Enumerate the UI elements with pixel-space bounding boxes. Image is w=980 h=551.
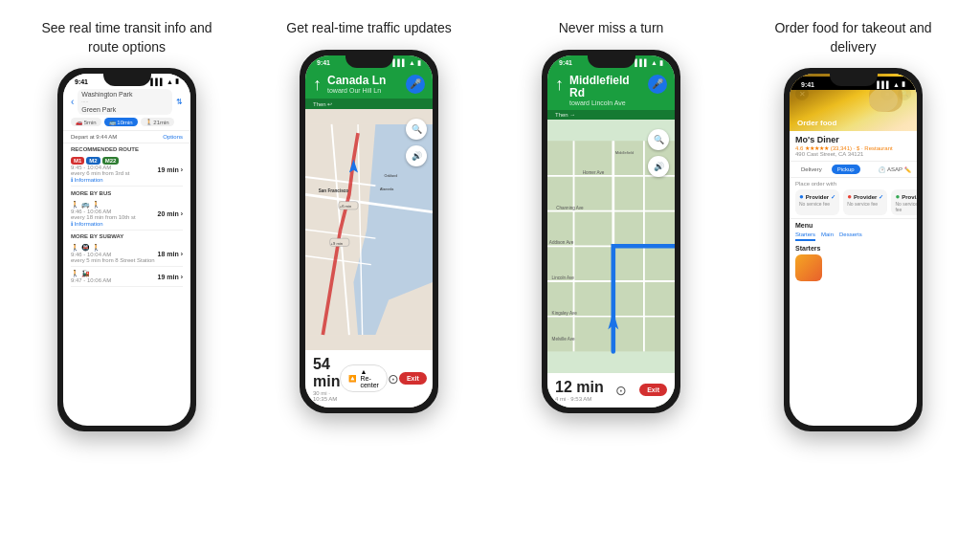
phone-notch-4	[830, 71, 878, 86]
search-btn-2[interactable]: 🔍	[406, 119, 427, 140]
map-controls-3: 🔍 🔊	[648, 129, 669, 177]
recenter-btn[interactable]: 🔼 ▲ Re-center	[340, 364, 387, 392]
eta-2: 54 min	[313, 356, 340, 390]
transit-modes: 🚗 5min 🚌 10min 🚶 21min	[71, 118, 183, 126]
fee-1: No service fee	[799, 201, 835, 207]
providers-list: ● Provider ✓ No service fee ● Provider ✓	[795, 189, 911, 215]
provider-name-3: ● Provi...	[895, 192, 917, 201]
food-tabs: Delivery Pickup 🕐 ASAP ✏️	[790, 162, 917, 178]
battery-2: ▮	[417, 59, 421, 67]
status-icons-1: ▌▌▌ ▲ ▮	[150, 77, 179, 85]
svg-text:Middlefield: Middlefield	[615, 150, 635, 155]
asap-option[interactable]: 🕐 ASAP ✏️	[879, 166, 911, 173]
signal-icon-1: ▌▌▌	[150, 78, 165, 85]
route-row-4[interactable]: 🚶🚂 9:47 - 10:06 AM 19 min ›	[71, 267, 183, 287]
subway-label: MORE BY SUBWAY	[71, 233, 183, 239]
time-4: 9:41	[801, 81, 814, 88]
mic-button-3[interactable]: 🎤	[648, 75, 667, 94]
provider-icon-2: ●	[847, 192, 852, 201]
route-row-1[interactable]: M1 M2 M22 9:45 - 10:04 AM every 6 min fr…	[71, 154, 183, 187]
eta-3: 12 min	[555, 379, 604, 396]
tab-delivery[interactable]: Delivery	[795, 165, 828, 174]
wifi-icon-1: ▲	[167, 78, 173, 85]
wifi-2: ▲	[409, 59, 415, 66]
route-row-3[interactable]: 🚶🚇🚶 9:46 - 10:04 AM every 5 min from 8 S…	[71, 241, 183, 267]
depart-row: Depart at 9:44 AM Options	[63, 131, 190, 143]
menu-section: Menu Starters Main Desserts Starters	[790, 219, 917, 284]
food-title: Order food for takeout and delivery	[768, 19, 940, 56]
provider-icon-1: ●	[799, 192, 804, 201]
feature-food: Order food for takeout and delivery 9:41…	[736, 19, 970, 541]
info-link-1[interactable]: ℹ Information	[71, 176, 129, 183]
asap-icon: 🕐	[879, 166, 885, 173]
route-tags-3: 🚶🚇🚶	[71, 244, 155, 252]
menu-tab-desserts[interactable]: Desserts	[839, 231, 862, 241]
feature-navigation: Never miss a turn 9:41 ▌▌▌ ▲ ▮ ↑ Mi	[494, 19, 728, 541]
provider-3[interactable]: ● Provi... No service fee	[891, 189, 917, 215]
provider-name-1: ● Provider ✓	[799, 192, 835, 201]
provider-name-2: ● Provider ✓	[847, 192, 883, 201]
nav-street-3: Middlefield Rd toward Lincoln Ave	[569, 75, 642, 106]
info-link-2[interactable]: ℹ Information	[71, 220, 136, 227]
route-time-3: 18 min ›	[158, 251, 183, 257]
phone-traffic: 9:41 ▌▌▌ ▲ ▮ ↑ Canada Ln toward Our Hill…	[300, 50, 438, 413]
address: 490 Cast Street, CA 34121	[795, 151, 911, 157]
restaurant-info: Mo's Diner 4.6 ★★★★★ (33,341) · $ · Rest…	[790, 131, 917, 162]
swap-icon[interactable]: ⇅	[176, 98, 183, 106]
status-icons-3: ▌▌▌ ▲ ▮	[635, 59, 663, 67]
steering-icon-2: ⊙	[388, 371, 399, 386]
bus-label: MORE BY BUS	[71, 190, 183, 196]
exit-btn-2[interactable]: Exit	[399, 372, 427, 385]
battery-3: ▮	[659, 59, 663, 67]
provider-icon-3: ●	[895, 192, 900, 201]
eta-detail-3: 4 mi · 9:53 AM	[555, 396, 604, 402]
location-box[interactable]: Washington Park ····· Green Park	[78, 89, 172, 115]
options-link[interactable]: Options	[163, 134, 183, 140]
svg-text:San Francisco: San Francisco	[319, 188, 348, 193]
street-name-3: Middlefield Rd	[569, 75, 642, 99]
eta-detail-2: 30 mi · 10:35 AM	[313, 390, 340, 402]
provider-2[interactable]: ● Provider ✓ No service fee	[843, 189, 887, 215]
phone-food: 9:41 ▌▌▌ ▲ ▮ ✕ ≡ 🔍	[784, 68, 923, 431]
exit-btn-3[interactable]: Exit	[639, 384, 667, 396]
mode-car[interactable]: 🚗 5min	[71, 118, 101, 126]
street-name-2: Canada Ln	[327, 75, 400, 87]
volume-btn-3[interactable]: 🔊	[648, 156, 669, 177]
traffic-screen: 9:41 ▌▌▌ ▲ ▮ ↑ Canada Ln toward Our Hill…	[305, 55, 433, 408]
back-button[interactable]: ‹	[71, 97, 74, 107]
depart-time: Depart at 9:44 AM	[71, 134, 117, 140]
volume-btn-2[interactable]: 🔊	[406, 145, 427, 166]
transit-header: ‹ Washington Park ····· Green Park ⇅ 🚗 5…	[63, 87, 190, 131]
svg-text:+6 min: +6 min	[340, 204, 352, 209]
mode-bus[interactable]: 🚌 10min	[104, 118, 138, 126]
tag-m22: M22	[102, 157, 120, 165]
from-location: Washington Park	[81, 91, 168, 98]
route-row-2[interactable]: 🚶🚌🚶 9:46 - 10:06 AM every 18 min from 10…	[71, 198, 183, 231]
phone-transit: 9:41 ▌▌▌ ▲ ▮ ‹ Washington Park ·····	[57, 68, 196, 431]
mic-button-2[interactable]: 🎤	[406, 75, 425, 94]
svg-text:Lincoln Ave: Lincoln Ave	[552, 276, 575, 280]
route-freq-3: every 5 min from 8 Street Station	[71, 257, 155, 263]
food-item-1[interactable]	[795, 254, 911, 281]
food-header-label: Order food	[797, 119, 836, 127]
provider-label: Place order with	[795, 181, 911, 187]
menu-tab-main[interactable]: Main	[821, 231, 834, 241]
menu-label: Menu	[795, 222, 911, 229]
svg-text:Melville Ave: Melville Ave	[552, 337, 576, 342]
menu-tab-starters[interactable]: Starters	[795, 231, 815, 241]
tab-pickup[interactable]: Pickup	[832, 165, 860, 174]
map-controls-2: 🔍 🔊	[406, 119, 427, 166]
eta-section-2: 54 min 30 mi · 10:35 AM	[313, 356, 340, 402]
food-screen: 9:41 ▌▌▌ ▲ ▮ ✕ ≡ 🔍	[790, 74, 917, 426]
route-detail-4: 9:47 - 10:06 AM	[71, 277, 111, 283]
search-btn-3[interactable]: 🔍	[648, 129, 669, 150]
battery-4: ▮	[902, 80, 905, 88]
feature-transit: See real time transit info and route opt…	[10, 19, 244, 541]
then-text-2: Then ↩	[313, 101, 332, 107]
pencil-icon: ✏️	[904, 166, 911, 173]
route-tags-4: 🚶🚂	[71, 270, 111, 277]
mode-walk[interactable]: 🚶 21min	[141, 118, 174, 126]
provider-1[interactable]: ● Provider ✓ No service fee	[795, 189, 839, 215]
nav-then-3: Then →	[547, 110, 675, 120]
time-1: 9:41	[75, 78, 88, 85]
